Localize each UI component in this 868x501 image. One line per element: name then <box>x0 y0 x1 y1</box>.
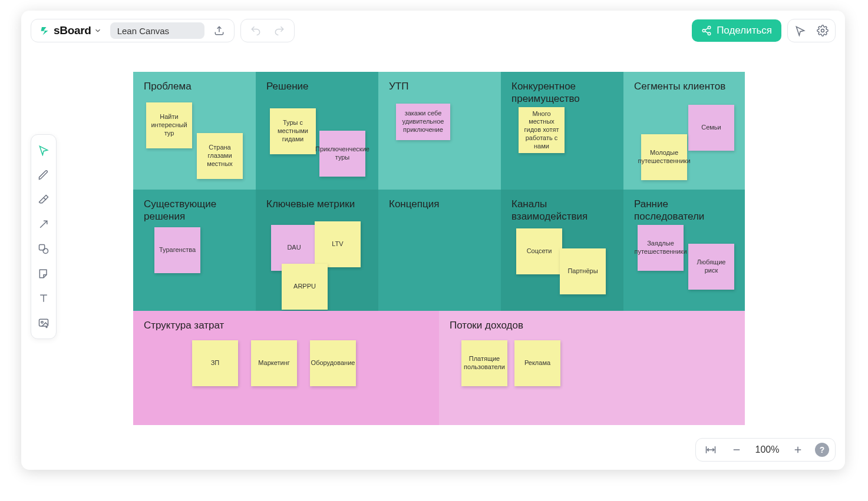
zoom-bar: 100% ? <box>695 438 836 462</box>
sticky-note[interactable]: ЗП <box>192 340 238 386</box>
share-label: Поделиться <box>717 25 772 37</box>
svg-point-9 <box>43 248 48 253</box>
svg-point-13 <box>41 321 43 323</box>
arrow-tool[interactable] <box>33 214 54 235</box>
sticky-note[interactable]: LTV <box>315 221 361 267</box>
sticky-note[interactable]: Найти интересный тур <box>146 102 192 148</box>
section-title: Конкурентное преимущество <box>511 80 613 105</box>
section-revenue[interactable]: Потоки доходов Платящие пользователи Рек… <box>439 311 745 425</box>
section-title: Существующие решения <box>144 198 245 223</box>
section-costs[interactable]: Структура затрат ЗП Маркетинг Оборудован… <box>133 311 439 425</box>
section-solution[interactable]: Решение Туры с местными гидами Приключен… <box>256 72 378 190</box>
redo-button[interactable] <box>270 22 288 39</box>
section-concept[interactable]: Концепция <box>378 190 501 311</box>
sticky-note[interactable]: закажи себе удивительное приключение <box>396 104 450 140</box>
sticky-note[interactable]: Маркетинг <box>251 340 297 386</box>
share-icon <box>701 25 712 36</box>
text-tool[interactable] <box>33 288 54 309</box>
sticky-note[interactable]: Соцсети <box>516 228 562 274</box>
brand-logo-icon <box>39 25 51 37</box>
svg-line-4 <box>705 31 708 33</box>
select-tool[interactable] <box>33 140 54 161</box>
section-channels[interactable]: Каналы взаимодействия Соцсети Партнёры <box>501 190 623 311</box>
topbar-right-group <box>787 19 836 42</box>
sticky-note[interactable]: Много местных гидов хотят работать с нам… <box>519 107 565 153</box>
export-button[interactable] <box>210 22 228 39</box>
sticky-note[interactable]: Молодые путешественники <box>641 134 687 180</box>
section-title: Каналы взаимодействия <box>511 198 613 223</box>
sticky-note[interactable]: Приключенческие туры <box>319 131 365 177</box>
chevron-down-icon <box>94 26 102 35</box>
sticky-note[interactable]: Партнёры <box>560 248 606 294</box>
sticky-note[interactable]: Туры с местными гидами <box>270 108 316 154</box>
section-title: Ключевые метрики <box>266 198 368 210</box>
zoom-out-button[interactable] <box>728 441 745 459</box>
section-title: Потоки доходов <box>450 319 734 331</box>
section-title: Структура затрат <box>144 319 428 331</box>
section-advantage[interactable]: Конкурентное преимущество Много местных … <box>501 72 623 190</box>
shape-tool[interactable] <box>33 238 54 260</box>
cursor-mode-button[interactable] <box>791 22 809 39</box>
section-title: Концепция <box>389 198 490 210</box>
topbar: sBoard Поделиться <box>31 18 836 44</box>
section-title: Сегменты клиентов <box>634 80 734 92</box>
section-metrics[interactable]: Ключевые метрики DAU LTV ARPPU <box>256 190 378 311</box>
settings-button[interactable] <box>814 22 831 39</box>
sticky-note[interactable]: ARPPU <box>282 264 328 310</box>
sticky-note[interactable]: Оборудование <box>310 340 356 386</box>
section-existing[interactable]: Существующие решения Турагенства <box>133 190 256 311</box>
history-group <box>240 19 295 42</box>
brand-menu[interactable]: sBoard <box>37 24 104 37</box>
image-tool[interactable] <box>33 313 54 334</box>
app-frame: sBoard Поделиться <box>21 11 845 470</box>
section-problem[interactable]: Проблема Найти интересный тур Страна гла… <box>133 72 256 190</box>
sticky-note[interactable]: Любящие риск <box>688 244 734 290</box>
svg-point-5 <box>821 29 824 32</box>
sticky-note[interactable]: Турагенства <box>154 227 200 273</box>
help-button[interactable]: ? <box>815 443 829 457</box>
left-toolbar <box>31 134 57 339</box>
svg-point-1 <box>702 29 705 32</box>
section-title: Ранние последователи <box>634 198 734 223</box>
zoom-in-button[interactable] <box>789 441 807 459</box>
section-title: Проблема <box>144 80 245 92</box>
section-uvp[interactable]: УТП закажи себе удивительное приключение <box>378 72 501 190</box>
topbar-left-group: sBoard <box>31 19 235 42</box>
undo-button[interactable] <box>247 22 265 39</box>
svg-point-0 <box>708 26 711 29</box>
sticky-note[interactable]: Семьи <box>688 105 734 151</box>
sticky-note[interactable]: Заядлые путешественники <box>638 225 684 271</box>
svg-line-7 <box>40 221 47 228</box>
brand-name: sBoard <box>54 24 91 37</box>
canvas[interactable]: Проблема Найти интересный тур Страна гла… <box>133 72 745 425</box>
sticky-note[interactable]: Реклама <box>514 340 560 386</box>
zoom-level: 100% <box>754 444 781 455</box>
pen-tool[interactable] <box>33 164 54 185</box>
section-early[interactable]: Ранние последователи Заядлые путешествен… <box>623 190 745 311</box>
section-customers[interactable]: Сегменты клиентов Семьи Молодые путешест… <box>623 72 745 190</box>
sticky-note[interactable]: Страна глазами местных <box>197 133 243 179</box>
board-title-input[interactable] <box>110 22 204 39</box>
share-button[interactable]: Поделиться <box>692 19 781 42</box>
section-title: УТП <box>389 80 490 92</box>
sticky-note[interactable]: Платящие пользователи <box>461 340 507 386</box>
fit-width-button[interactable] <box>702 441 720 459</box>
section-title: Решение <box>266 80 368 92</box>
svg-point-2 <box>708 32 711 35</box>
sticky-tool[interactable] <box>33 263 54 284</box>
svg-line-3 <box>705 28 708 30</box>
eraser-tool[interactable] <box>33 189 54 210</box>
